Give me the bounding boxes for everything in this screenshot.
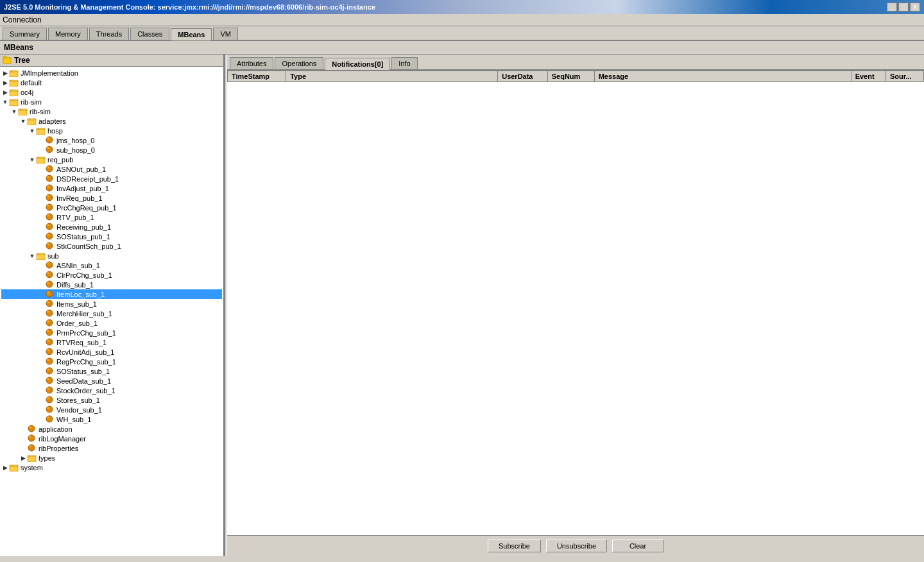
tree-toggle[interactable] [37,387,45,395]
tree-item[interactable]: Vendor_sub_1 [1,405,222,414]
tree-item[interactable]: ▶types [1,453,222,463]
tree-item[interactable]: ▶JMImplementation [1,68,222,78]
tree-item[interactable]: PrmPrcChg_sub_1 [1,328,222,337]
tree-item[interactable]: Stores_sub_1 [1,395,222,405]
tree-toggle[interactable]: ▶ [1,89,9,96]
tree-toggle[interactable] [37,329,45,337]
tree-toggle[interactable] [37,339,45,346]
tree-toggle[interactable] [37,233,45,241]
tree-item[interactable]: RcvUnitAdj_sub_1 [1,347,222,357]
unsubscribe-button[interactable]: Unsubscribe [546,540,607,552]
tree-item[interactable]: DSDReceipt_pub_1 [1,174,222,183]
tree-toggle[interactable] [37,262,45,269]
tree-toggle[interactable]: ▶ [19,454,27,462]
tab-vm[interactable]: VM [213,28,238,40]
tree-item[interactable]: PrcChgReq_pub_1 [1,203,222,212]
tree-toggle[interactable] [37,185,45,192]
tree-item[interactable]: application [1,424,222,434]
tab-info[interactable]: Info [391,57,417,69]
tree-item[interactable]: SOStatus_pub_1 [1,232,222,241]
tree-item[interactable]: Diffs_sub_1 [1,280,222,289]
tree-toggle[interactable] [37,406,45,414]
tree-item[interactable]: InvReq_pub_1 [1,193,222,203]
tree-item[interactable]: SOStatus_sub_1 [1,366,222,376]
tree-toggle[interactable]: ▼ [28,252,36,260]
connection-menu[interactable]: Connection [3,15,42,24]
tree-toggle[interactable] [37,214,45,221]
tree-toggle[interactable] [37,146,45,154]
tree-toggle[interactable]: ▼ [1,98,9,106]
tree-toggle[interactable] [37,416,45,423]
tree-item[interactable]: ribLogManager [1,434,222,443]
tree-item[interactable]: ▼sub [1,251,222,260]
tab-mbeans[interactable]: MBeans [171,28,212,40]
tree-item[interactable]: ▼rib-sim [1,106,222,116]
tab-memory[interactable]: Memory [48,28,88,40]
tree-toggle[interactable] [37,223,45,231]
tree-item[interactable]: InvAdjust_pub_1 [1,183,222,193]
tree-item[interactable]: ribProperties [1,443,222,453]
tree-item[interactable]: RegPrcChg_sub_1 [1,357,222,366]
tree-toggle[interactable] [37,204,45,212]
maximize-button[interactable]: □ [898,3,909,12]
tab-notifications[interactable]: Notifications[0] [325,58,390,70]
tree-item[interactable]: StkCountSch_pub_1 [1,241,222,251]
tree-toggle[interactable] [37,396,45,404]
tab-threads[interactable]: Threads [89,28,129,40]
tree-toggle[interactable] [37,348,45,356]
tree-toggle[interactable] [37,300,45,308]
tree-panel[interactable]: Tree ▶JMImplementation▶default▶oc4j▼rib-… [0,55,225,556]
tree-item[interactable]: ▼rib-sim [1,97,222,106]
tree-item[interactable]: jms_hosp_0 [1,135,222,145]
tab-summary[interactable]: Summary [3,28,47,40]
tree-toggle[interactable] [37,310,45,318]
tree-item[interactable]: Order_sub_1 [1,318,222,328]
tree-toggle[interactable] [37,319,45,327]
tree-item[interactable]: ItemLoc_sub_1 [1,289,222,299]
tree-toggle[interactable]: ▼ [10,108,18,115]
tree-toggle[interactable]: ▼ [28,156,36,164]
tree-toggle[interactable]: ▼ [28,127,36,135]
tree-item[interactable]: WH_sub_1 [1,414,222,424]
tree-item[interactable]: StockOrder_sub_1 [1,386,222,395]
tree-item[interactable]: RTV_pub_1 [1,212,222,222]
tree-toggle[interactable] [37,166,45,173]
tab-operations[interactable]: Operations [275,57,323,69]
tree-item[interactable]: MerchHier_sub_1 [1,309,222,318]
tree-item[interactable]: ▶oc4j [1,87,222,97]
tree-item[interactable]: Receiving_pub_1 [1,222,222,232]
tab-attributes[interactable]: Attributes [230,57,273,69]
tree-item[interactable]: ▼hosp [1,126,222,135]
tree-toggle[interactable] [37,377,45,385]
tree-toggle[interactable] [19,435,27,443]
tree-item[interactable]: ASNOut_pub_1 [1,164,222,174]
clear-button[interactable]: Clear [612,540,663,552]
subscribe-button[interactable]: Subscribe [488,540,541,552]
tree-item[interactable]: ▶default [1,78,222,87]
tree-item[interactable]: Items_sub_1 [1,299,222,309]
tree-item[interactable]: ▼adapters [1,116,222,126]
tree-item[interactable]: ▶system [1,463,222,472]
tree-toggle[interactable] [37,358,45,366]
tree-toggle[interactable] [37,291,45,298]
tree-item[interactable]: ClrPrcChg_sub_1 [1,270,222,280]
tree-toggle[interactable]: ▶ [1,79,9,87]
tree-toggle[interactable] [37,368,45,375]
tree-item[interactable]: RTVReq_sub_1 [1,337,222,347]
minimize-button[interactable]: _ [887,3,897,12]
tree-toggle[interactable]: ▶ [1,464,9,472]
tree-item[interactable]: ASNIn_sub_1 [1,260,222,270]
tree-item[interactable]: ▼req_pub [1,155,222,164]
close-button[interactable]: X [910,3,920,12]
tree-toggle[interactable] [19,445,27,452]
tree-toggle[interactable] [37,175,45,183]
tab-classes[interactable]: Classes [130,28,169,40]
tree-toggle[interactable] [37,281,45,289]
tree-toggle[interactable] [37,194,45,202]
tree-item[interactable]: SeedData_sub_1 [1,376,222,386]
tree-toggle[interactable]: ▼ [19,117,27,125]
tree-toggle[interactable] [19,425,27,433]
tree-toggle[interactable] [37,243,45,250]
tree-toggle[interactable] [37,137,45,144]
tree-toggle[interactable] [37,271,45,279]
